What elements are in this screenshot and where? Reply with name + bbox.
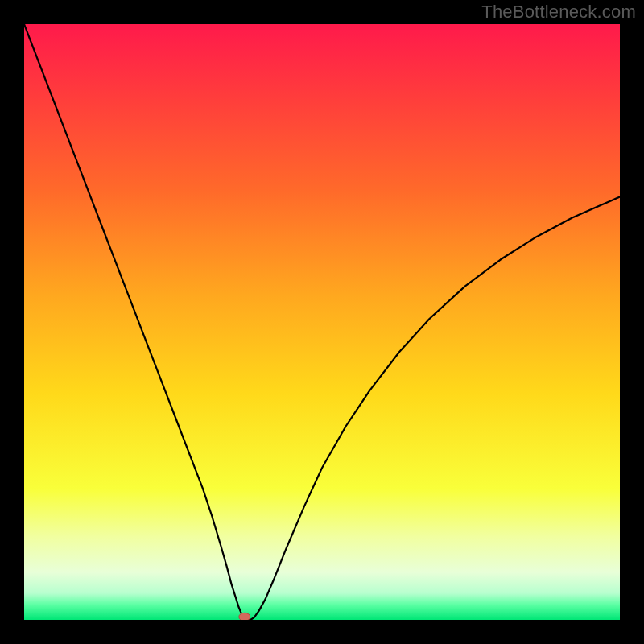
watermark-text: TheBottleneck.com — [481, 2, 636, 23]
chart-svg — [24, 24, 620, 620]
plot-area — [24, 24, 620, 620]
gradient-background — [24, 24, 620, 620]
chart-figure: TheBottleneck.com — [0, 0, 644, 644]
optimum-marker — [239, 613, 250, 620]
